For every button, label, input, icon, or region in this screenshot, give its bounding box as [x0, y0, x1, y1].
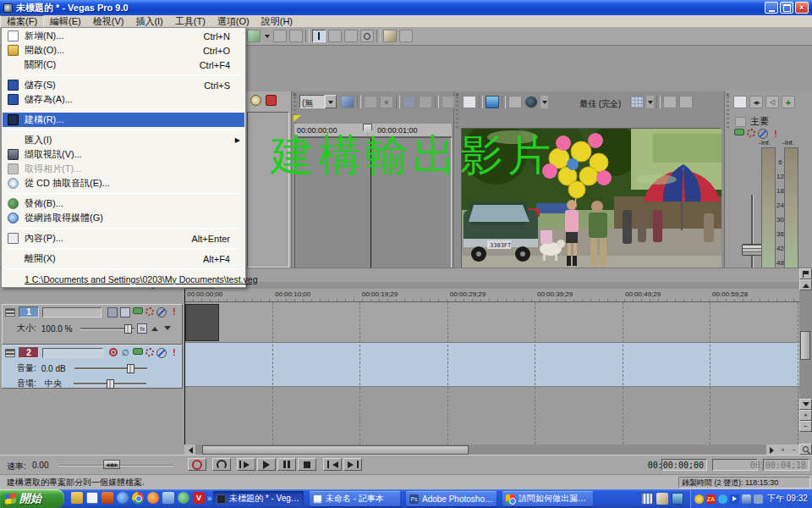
- mail-icon[interactable]: [162, 492, 174, 504]
- event-pan-icon[interactable]: [247, 30, 261, 42]
- track-motion-icon[interactable]: [107, 307, 118, 318]
- file-menu-item[interactable]: 關閉(C)Ctrl+F4: [3, 58, 244, 72]
- history-clock-icon[interactable]: [250, 95, 261, 106]
- zoom-in-vertical-button[interactable]: +: [799, 410, 812, 421]
- track1-size-value[interactable]: 100.0 %: [41, 324, 73, 334]
- cursor-timecode[interactable]: 00:00:00;00: [661, 459, 707, 471]
- plugin-chain-dropdown[interactable]: (無: [299, 95, 325, 108]
- pen-icon[interactable]: [656, 493, 668, 505]
- fx-gear-icon[interactable]: [145, 348, 154, 356]
- track-menu-icon[interactable]: [5, 308, 15, 317]
- track2-lane[interactable]: [184, 343, 799, 387]
- vscrollbar-track[interactable]: [799, 290, 812, 399]
- track2-number[interactable]: 2: [19, 347, 39, 358]
- solo-icon[interactable]: [169, 307, 179, 318]
- taskbar-clock[interactable]: 下午 09:32: [767, 493, 808, 505]
- overflow-chevron[interactable]: »: [207, 494, 212, 503]
- play-button[interactable]: [257, 458, 276, 471]
- close-panel-icon[interactable]: ×: [455, 91, 459, 98]
- menubar-item-0[interactable]: 檔案(F): [0, 15, 44, 27]
- bus-window-icon[interactable]: [735, 117, 746, 127]
- vegas-shortcut-icon[interactable]: [193, 492, 205, 504]
- selection-edit-tool-icon[interactable]: [344, 30, 358, 42]
- child-down-icon[interactable]: [162, 323, 173, 334]
- network-icon[interactable]: [742, 494, 751, 504]
- file-menu-item[interactable]: 匯入(I)▶: [3, 133, 244, 147]
- scroll-up-button[interactable]: [799, 279, 812, 290]
- close-button[interactable]: ×: [795, 2, 809, 14]
- external-monitor-icon[interactable]: [486, 96, 499, 108]
- mute-icon[interactable]: [156, 307, 167, 318]
- chevron-down-icon[interactable]: [325, 95, 337, 108]
- firefox-icon[interactable]: [147, 492, 159, 504]
- handles-icon[interactable]: [419, 96, 432, 108]
- taskbar-window-0[interactable]: 未標題的 * - Vegas P...: [213, 491, 304, 506]
- master-fader-handle[interactable]: [742, 244, 763, 256]
- panel-grip[interactable]: [727, 97, 729, 130]
- taskbar-window-2[interactable]: Adobe Photoshop - [...: [406, 491, 497, 506]
- close-panel-icon[interactable]: ×: [726, 91, 730, 98]
- track-menu-icon[interactable]: [5, 349, 15, 357]
- ie-icon[interactable]: [117, 492, 129, 504]
- scrollbar-thumb[interactable]: [202, 445, 469, 455]
- empty-lane-area[interactable]: [184, 387, 799, 444]
- play-from-start-button[interactable]: [237, 458, 255, 471]
- close-x-icon[interactable]: [380, 96, 393, 108]
- chrome-icon[interactable]: [132, 492, 144, 504]
- menubar-item-4[interactable]: 工具(T): [169, 15, 211, 27]
- file-menu-item[interactable]: 建構(R)...: [3, 113, 244, 127]
- menubar-item-2[interactable]: 檢視(V): [87, 15, 130, 27]
- track1-name-field[interactable]: [42, 307, 102, 318]
- file-menu-item[interactable]: 擷取視訊(V)...: [3, 147, 244, 162]
- file-menu-item[interactable]: 從 CD 抽取音訊(E)...: [3, 176, 244, 190]
- dropdown-arrow-icon[interactable]: [263, 30, 271, 42]
- winamp-icon[interactable]: [102, 492, 113, 504]
- zoom-tool-button[interactable]: [799, 444, 812, 455]
- dim-output-icon[interactable]: [765, 96, 779, 108]
- file-menu-item[interactable]: 內容(P)...Alt+Enter: [3, 231, 244, 246]
- zoom-out-vertical-button[interactable]: −: [799, 421, 812, 432]
- track1-size-slider[interactable]: [80, 328, 134, 330]
- track2-pan-value[interactable]: 中央: [45, 378, 62, 389]
- fx-gear-icon[interactable]: [145, 307, 154, 316]
- timeline-ruler[interactable]: 00:00:00;0000:00:10;0000:00:19;2900:00:2…: [184, 289, 799, 302]
- file-menu-item[interactable]: 從網路取得媒體(G): [3, 211, 244, 225]
- scroll-down-button[interactable]: [799, 399, 812, 410]
- record-arm-icon[interactable]: [109, 348, 118, 356]
- dropdown-arrow-icon[interactable]: [646, 96, 654, 108]
- volume-icon[interactable]: [754, 494, 763, 504]
- fx-chain-icon[interactable]: [137, 323, 147, 334]
- minimize-button[interactable]: [765, 2, 778, 14]
- go-to-end-button[interactable]: [343, 458, 362, 471]
- lightning-icon[interactable]: [364, 96, 377, 108]
- track2-header[interactable]: 2 音量: 0.0 dB 音場: 中央: [2, 345, 183, 389]
- video-event-clip[interactable]: [185, 304, 219, 341]
- grid-overlay-icon[interactable]: [630, 96, 644, 108]
- taskbar-window-3[interactable]: 請問如何做出漏格...: [502, 491, 593, 506]
- timeline-playhead[interactable]: [184, 289, 185, 444]
- folder-icon[interactable]: [71, 492, 83, 504]
- taskbar-window-1[interactable]: 未命名 - 記事本: [310, 491, 400, 506]
- track1-number[interactable]: 1: [19, 306, 39, 318]
- mute-icon[interactable]: [758, 129, 768, 139]
- preview-quality-label[interactable]: 最佳 (完全): [579, 98, 621, 110]
- automation-mode-icon[interactable]: [133, 307, 143, 314]
- loop-playback-button[interactable]: [212, 458, 231, 471]
- title-bar[interactable]: 未標題的 * - Vegas Pro 9.0 ×: [0, 0, 812, 15]
- file-menu-item[interactable]: 儲存為(A)...: [3, 92, 244, 107]
- slider-handle[interactable]: [107, 379, 114, 389]
- save-icon[interactable]: [403, 96, 416, 108]
- insert-bus-icon[interactable]: [782, 96, 795, 108]
- automation-mode-icon[interactable]: [734, 129, 744, 135]
- stop-button[interactable]: [298, 458, 316, 471]
- file-menu-item[interactable]: 儲存(S)Ctrl+S: [3, 78, 244, 92]
- zoom-edit-tool-icon[interactable]: [360, 30, 374, 42]
- file-menu-item[interactable]: 離開(X)Alt+F4: [3, 251, 244, 266]
- group-icon[interactable]: [289, 30, 303, 42]
- cursor-tool-icon[interactable]: [399, 30, 413, 42]
- close-panel-icon[interactable]: ×: [293, 91, 297, 98]
- phase-invert-icon[interactable]: [120, 348, 130, 358]
- track1-header[interactable]: 1 大小: 100.0 %: [2, 304, 183, 345]
- record-button[interactable]: [188, 458, 206, 471]
- normal-edit-tool-icon[interactable]: [312, 30, 326, 42]
